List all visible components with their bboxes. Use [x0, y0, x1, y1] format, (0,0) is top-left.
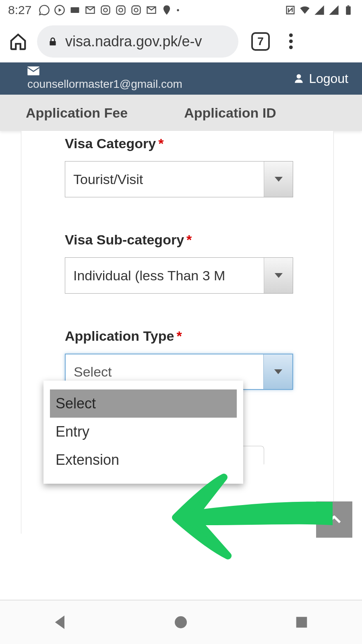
select-visa-category[interactable]: Tourist/Visit	[65, 161, 293, 197]
application-type-dropdown: Select Entry Extension	[43, 381, 243, 484]
label-visa-category: Visa Category*	[65, 136, 293, 151]
info-tabs: Application Fee Application ID	[0, 95, 362, 131]
page-content: counsellormaster1@gmail.com Logout Appli…	[0, 62, 362, 534]
tab-switcher[interactable]: 7	[251, 32, 270, 51]
home-circle-icon[interactable]	[173, 614, 189, 630]
gmail-icon	[85, 4, 96, 16]
option-entry[interactable]: Entry	[50, 418, 237, 446]
more-dot-icon: •	[176, 6, 179, 15]
scroll-top-button[interactable]	[316, 501, 352, 538]
instagram-icon	[115, 4, 126, 16]
signal-icon	[328, 4, 339, 16]
user-email-block: counsellormaster1@gmail.com	[27, 66, 182, 91]
option-extension[interactable]: Extension	[50, 446, 237, 474]
status-time: 8:27	[8, 3, 31, 17]
label-visa-subcategory: Visa Sub-category*	[65, 232, 293, 248]
battery-icon	[343, 4, 354, 16]
chevron-up-icon	[327, 516, 341, 524]
tab-application-id[interactable]: Application ID	[184, 105, 276, 121]
whatsapp-icon	[39, 4, 50, 16]
envelope-icon	[27, 66, 39, 75]
recents-icon[interactable]	[294, 614, 310, 630]
svg-rect-1	[71, 7, 79, 13]
field-visa-subcategory: Visa Sub-category* Individual (less Than…	[65, 232, 293, 294]
svg-point-7	[134, 8, 138, 12]
svg-rect-6	[132, 6, 141, 14]
svg-rect-11	[50, 41, 56, 45]
svg-rect-4	[117, 6, 125, 14]
svg-point-14	[175, 616, 187, 628]
signal-icon	[314, 4, 325, 16]
svg-point-13	[297, 74, 301, 79]
lock-icon	[48, 35, 58, 48]
status-right-icons	[285, 4, 354, 16]
browser-toolbar: visa.nadra.gov.pk/e-v 7	[0, 20, 362, 62]
user-icon	[294, 72, 304, 85]
label-application-type: Application Type*	[65, 328, 293, 344]
browser-menu-icon[interactable]	[283, 33, 299, 50]
status-left-icons: •	[39, 4, 179, 16]
tab-application-fee[interactable]: Application Fee	[26, 105, 128, 121]
user-email: counsellormaster1@gmail.com	[27, 78, 182, 91]
gmail-icon	[146, 4, 157, 16]
url-text: visa.nadra.gov.pk/e-v	[65, 33, 202, 50]
site-header: counsellormaster1@gmail.com Logout	[0, 62, 362, 95]
wifi-icon	[299, 4, 310, 16]
back-icon[interactable]	[52, 614, 68, 630]
svg-point-3	[104, 8, 108, 12]
logout-link[interactable]: Logout	[294, 71, 348, 86]
svg-rect-9	[346, 6, 351, 15]
chevron-down-icon	[264, 162, 293, 197]
svg-rect-2	[101, 6, 110, 14]
instagram-icon	[100, 4, 111, 16]
nfc-icon	[285, 4, 296, 16]
instagram-icon	[130, 4, 142, 16]
field-visa-category: Visa Category* Tourist/Visit	[65, 136, 293, 197]
chevron-down-icon	[264, 258, 293, 293]
address-bar[interactable]: visa.nadra.gov.pk/e-v	[37, 25, 238, 58]
svg-rect-15	[296, 617, 307, 628]
app-icon	[69, 4, 81, 16]
logout-label: Logout	[309, 71, 348, 86]
chevron-down-icon	[263, 354, 292, 389]
location-icon	[161, 4, 172, 16]
option-select[interactable]: Select	[50, 389, 237, 418]
home-icon[interactable]	[9, 32, 27, 51]
select-visa-category-value: Tourist/Visit	[65, 162, 264, 197]
svg-rect-10	[348, 5, 350, 6]
android-status-bar: 8:27 •	[0, 0, 362, 20]
play-icon	[54, 4, 65, 16]
android-nav-bar	[0, 600, 362, 644]
select-visa-subcategory-value: Individual (less Than 3 M	[65, 258, 264, 293]
svg-point-5	[119, 8, 123, 12]
select-visa-subcategory[interactable]: Individual (less Than 3 M	[65, 257, 293, 294]
